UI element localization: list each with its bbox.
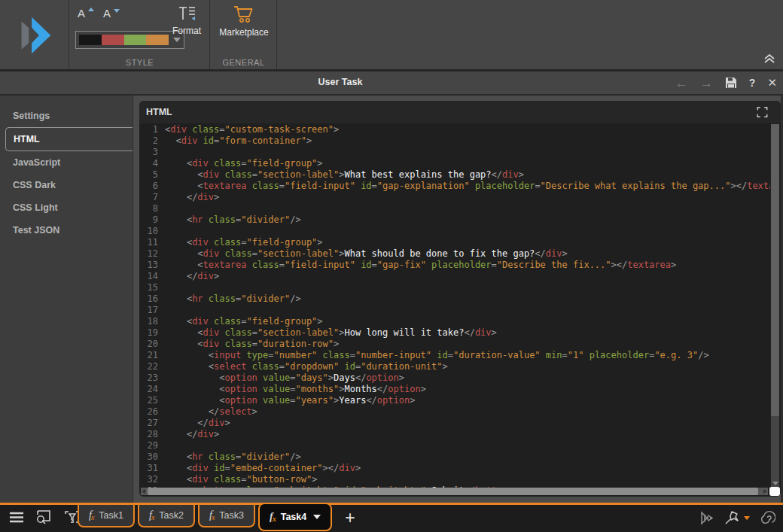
code-line[interactable]: 16 <hr class="divider"/> xyxy=(139,293,770,305)
code-line[interactable]: 3 xyxy=(139,147,770,158)
code-text: <input type="number" class="number-input… xyxy=(165,350,709,361)
collapse-ribbon-button[interactable] xyxy=(762,53,777,65)
close-button[interactable]: ✕ xyxy=(767,76,777,90)
vertical-scrollbar[interactable] xyxy=(771,124,779,487)
code-lines[interactable]: 1<div class="custom-task-screen">2 <div … xyxy=(139,124,770,489)
code-line[interactable]: 6 <textarea class="field-input" id="gap-… xyxy=(139,181,770,192)
code-text: </div> xyxy=(165,271,219,282)
code-line[interactable]: 4 <div class="field-group"> xyxy=(139,158,770,169)
line-number: 5 xyxy=(142,169,158,181)
line-number: 14 xyxy=(142,271,158,282)
palette-caret-icon xyxy=(173,38,181,42)
app-logo[interactable] xyxy=(0,0,69,69)
font-decrease-button[interactable]: A xyxy=(103,7,120,23)
tab-label: Task1 xyxy=(99,510,123,521)
code-line[interactable]: 10 xyxy=(139,226,770,237)
horizontal-scrollbar-thumb[interactable] xyxy=(148,488,758,495)
line-number: 23 xyxy=(142,372,158,384)
line-number: 30 xyxy=(142,451,158,463)
sidebar-item-css-light[interactable]: CSS Light xyxy=(0,196,133,219)
line-number: 22 xyxy=(142,361,158,372)
line-number: 16 xyxy=(142,293,158,305)
line-number: 18 xyxy=(142,316,158,327)
sidebar-item-html[interactable]: HTML xyxy=(5,127,133,151)
code-line[interactable]: 13 <textarea class="field-input" id="gap… xyxy=(139,260,770,271)
main-menu-button[interactable] xyxy=(9,512,24,523)
code-line[interactable]: 32 <div class="button-row"> xyxy=(139,474,770,485)
pin-tool-button[interactable] xyxy=(724,510,750,525)
tab-label: Task2 xyxy=(159,510,184,521)
save-button[interactable] xyxy=(725,77,737,89)
tab-task2[interactable]: fx Task2 xyxy=(138,505,195,527)
vertical-scrollbar-thumb[interactable] xyxy=(771,124,779,416)
back-button[interactable]: ← xyxy=(675,77,688,90)
code-line[interactable]: 26 </select> xyxy=(139,406,770,418)
tab-task1[interactable]: fx Task1 xyxy=(78,505,135,527)
code-line[interactable]: 29 xyxy=(139,440,770,451)
scroll-left-arrow-icon[interactable] xyxy=(142,489,145,494)
tab-dropdown-caret-icon[interactable] xyxy=(313,515,321,519)
code-line[interactable]: 1<div class="custom-task-screen"> xyxy=(139,124,770,135)
code-line[interactable]: 8 xyxy=(139,203,770,214)
sidebar-item-settings[interactable]: Settings xyxy=(0,105,133,127)
code-line[interactable]: 14 </div> xyxy=(139,271,770,282)
code-line[interactable]: 19 <div class="section-label">How long w… xyxy=(139,327,770,339)
marketplace-button[interactable]: Marketplace xyxy=(222,5,266,38)
code-line[interactable]: 23 <option value="days">Days</option> xyxy=(139,372,770,384)
hamburger-icon xyxy=(9,512,24,523)
forward-button[interactable]: → xyxy=(700,77,713,90)
tab-label: Task4 xyxy=(281,512,307,522)
code-text: <hr class="divider"/> xyxy=(165,451,301,463)
performance-button[interactable] xyxy=(760,510,775,525)
sidebar-item-test-json[interactable]: Test JSON xyxy=(0,219,133,242)
code-line[interactable]: 20 <div class="duration-row"> xyxy=(139,339,770,350)
code-line[interactable]: 15 xyxy=(139,282,770,293)
code-text: </div> xyxy=(165,429,219,440)
line-number: 26 xyxy=(142,406,158,418)
code-line[interactable]: 18 <div class="field-group"> xyxy=(139,316,770,327)
code-line[interactable]: 28 </div> xyxy=(139,429,770,440)
code-text: <textarea class="field-input" id="gap-ex… xyxy=(165,181,770,192)
editor-resize-corner[interactable] xyxy=(769,487,780,496)
code-line[interactable]: 9 <hr class="divider"/> xyxy=(139,214,770,226)
code-line[interactable]: 21 <input type="number" class="number-in… xyxy=(139,350,770,361)
line-number: 32 xyxy=(142,474,158,485)
code-text: </select> xyxy=(165,406,257,418)
code-line[interactable]: 22 <select class="dropdown" id="duration… xyxy=(139,361,770,372)
sidebar-item-javascript[interactable]: JavaScript xyxy=(0,151,133,174)
sidebar-item-css-dark[interactable]: CSS Dark xyxy=(0,174,133,196)
code-line[interactable]: 25 <option value="years">Years</option> xyxy=(139,395,770,406)
code-line[interactable]: 17 xyxy=(139,305,770,316)
code-line[interactable]: 7 </div> xyxy=(139,192,770,203)
line-number: 7 xyxy=(142,192,158,203)
scroll-right-arrow-icon[interactable] xyxy=(763,489,767,494)
line-number: 24 xyxy=(142,384,158,395)
code-text: <div class="field-group"> xyxy=(165,316,323,327)
code-text: <hr class="divider"/> xyxy=(165,214,301,226)
horizontal-scrollbar[interactable] xyxy=(141,488,768,495)
code-line[interactable]: 24 <option value="months">Months</option… xyxy=(139,384,770,395)
code-line[interactable]: 11 <div class="field-group"> xyxy=(139,237,770,248)
help-button[interactable]: ? xyxy=(749,77,756,89)
tab-task4[interactable]: fx Task4 xyxy=(258,503,332,531)
app-logo-icon xyxy=(11,11,58,58)
code-line[interactable]: 2 <div id="form-container"> xyxy=(139,135,770,147)
process-view-button[interactable] xyxy=(699,511,714,525)
marketplace-label: Marketplace xyxy=(219,27,268,38)
pin-dropdown-caret-icon[interactable] xyxy=(744,516,750,520)
search-processes-button[interactable] xyxy=(35,510,53,524)
format-button[interactable]: Format xyxy=(166,5,208,36)
font-increase-button[interactable]: A xyxy=(78,7,94,23)
fullscreen-button[interactable] xyxy=(756,106,769,118)
code-line[interactable]: 12 <div class="section-label">What shoul… xyxy=(139,248,770,260)
code-line[interactable]: 30 <hr class="divider"/> xyxy=(139,451,770,463)
palette-color-green xyxy=(124,35,147,45)
screen-search-icon xyxy=(35,510,53,524)
tab-task3[interactable]: fx Task3 xyxy=(198,505,255,527)
scroll-down-arrow-icon[interactable] xyxy=(772,482,778,485)
code-line[interactable]: 27 </div> xyxy=(139,418,770,429)
code-line[interactable]: 5 <div class="section-label">What best e… xyxy=(139,169,770,181)
code-line[interactable]: 31 <div id="embed-container"></div> xyxy=(139,463,770,474)
add-task-button[interactable]: + xyxy=(345,509,355,527)
code-text: <div class="duration-row"> xyxy=(165,339,339,350)
